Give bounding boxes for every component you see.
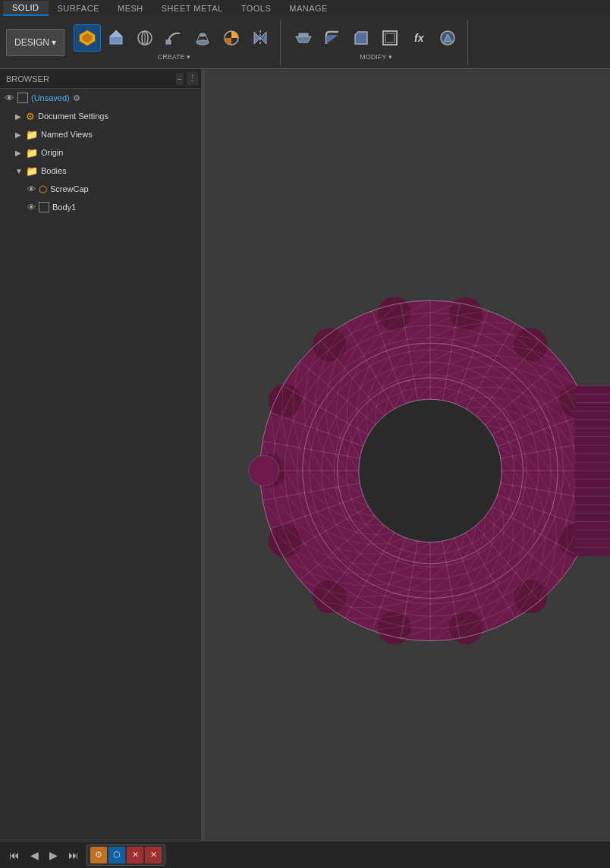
svg-point-8 xyxy=(197,40,209,45)
named-views-folder-icon: 📁 xyxy=(26,129,38,140)
named-views-arrow: ▶ xyxy=(15,131,23,139)
create-label: CREATE ▾ xyxy=(158,53,190,61)
body1-box-icon xyxy=(39,202,49,212)
rib-btn[interactable] xyxy=(218,24,245,52)
named-views-item[interactable]: ▶ 📁 Named Views xyxy=(0,125,204,143)
document-root-item[interactable]: 👁 (Unsaved) ⚙ xyxy=(0,89,204,107)
mirror-btn[interactable] xyxy=(247,24,274,52)
document-settings-icon: ⚙ xyxy=(73,93,80,103)
timeline-forward-btn[interactable]: ⏭ xyxy=(65,848,82,863)
svg-marker-18 xyxy=(355,32,367,44)
modify-icons: fx xyxy=(290,24,461,52)
screwcap-item[interactable]: 👁 ⬡ ScrewCap xyxy=(0,180,204,198)
timeline-item-2[interactable]: ⬡ xyxy=(108,847,125,863)
document-settings-item[interactable]: ▶ ⚙ Document Settings xyxy=(0,107,204,125)
timeline-rewind-btn[interactable]: ⏮ xyxy=(6,848,23,863)
loft-btn[interactable] xyxy=(189,24,216,52)
toolbar: SOLID SURFACE MESH SHEET METAL TOOLS MAN… xyxy=(0,0,610,69)
svg-marker-16 xyxy=(296,36,311,42)
fillet-btn[interactable] xyxy=(319,24,346,52)
timeline-play-btn[interactable]: ▶ xyxy=(46,848,61,863)
screwcap-visibility-icon[interactable]: 👁 xyxy=(27,184,36,193)
revolve-btn[interactable] xyxy=(131,24,159,52)
timeline-prev-btn[interactable]: ◀ xyxy=(27,848,42,863)
screwcap-label: ScrewCap xyxy=(50,184,89,193)
sidebar-resize-handle[interactable] xyxy=(201,69,204,841)
browser-header: BROWSER − ⋮ xyxy=(0,69,204,89)
timeline-items: ⚙ ⬡ ✕ ✕ xyxy=(86,844,165,866)
bodies-label: Bodies xyxy=(41,166,67,175)
bodies-folder-icon: 📁 xyxy=(26,165,38,177)
svg-rect-17 xyxy=(299,33,308,36)
chamfer-btn[interactable] xyxy=(347,24,375,52)
named-views-label: Named Views xyxy=(41,130,93,139)
origin-arrow: ▶ xyxy=(15,149,23,157)
create-icons xyxy=(74,24,274,52)
press-pull-btn[interactable] xyxy=(290,24,317,52)
timeline-item-4[interactable]: ✕ xyxy=(145,847,162,863)
toolbar-buttons-row: DESIGN ▾ xyxy=(0,17,610,68)
body1-label: Body1 xyxy=(52,203,76,212)
tab-surface[interactable]: SURFACE xyxy=(49,2,108,15)
svg-rect-20 xyxy=(385,33,395,42)
viewport[interactable] xyxy=(205,69,610,841)
modify-group: fx MODIFY ▾ xyxy=(284,20,468,65)
tab-mesh[interactable]: MESH xyxy=(108,2,152,15)
document-name: (Unsaved) xyxy=(31,93,70,102)
origin-item[interactable]: ▶ 📁 Origin xyxy=(0,143,204,162)
draft-btn[interactable] xyxy=(434,24,461,52)
document-visibility-icon[interactable]: 👁 xyxy=(5,93,14,104)
create-group: CREATE ▾ xyxy=(68,20,281,65)
fx-btn[interactable]: fx xyxy=(405,24,432,52)
new-component-btn[interactable] xyxy=(74,24,101,52)
doc-settings-arrow: ▶ xyxy=(15,112,23,121)
design-button[interactable]: DESIGN ▾ xyxy=(6,29,64,56)
browser-controls: − ⋮ xyxy=(176,72,198,85)
timeline-item-3[interactable]: ✕ xyxy=(127,847,143,863)
svg-marker-13 xyxy=(254,32,260,44)
origin-folder-icon: 📁 xyxy=(26,147,38,159)
tab-manage[interactable]: MANAGE xyxy=(280,2,337,15)
3d-canvas xyxy=(205,69,610,841)
doc-settings-gear-icon: ⚙ xyxy=(26,111,35,122)
svg-rect-7 xyxy=(166,40,171,44)
doc-settings-label: Document Settings xyxy=(38,112,108,121)
tab-sheet-metal[interactable]: SHEET METAL xyxy=(152,2,232,15)
svg-rect-2 xyxy=(110,36,122,44)
extrude-btn[interactable] xyxy=(102,24,130,52)
svg-point-9 xyxy=(200,33,206,36)
sidebar: BROWSER − ⋮ 👁 (Unsaved) ⚙ ▶ ⚙ Document S… xyxy=(0,69,205,841)
tab-solid[interactable]: SOLID xyxy=(3,1,49,16)
main-area: BROWSER − ⋮ 👁 (Unsaved) ⚙ ▶ ⚙ Document S… xyxy=(0,69,610,841)
bodies-arrow: ▼ xyxy=(15,167,23,175)
screwcap-sphere-icon: ⬡ xyxy=(39,184,47,195)
body1-visibility-icon[interactable]: 👁 xyxy=(27,203,36,212)
modify-label: MODIFY ▾ xyxy=(360,53,391,61)
tab-row: SOLID SURFACE MESH SHEET METAL TOOLS MAN… xyxy=(0,0,610,17)
svg-marker-3 xyxy=(110,30,122,36)
timeline: ⏮ ◀ ▶ ⏭ ⚙ ⬡ ✕ ✕ xyxy=(0,841,610,868)
origin-label: Origin xyxy=(41,148,63,157)
shell-btn[interactable] xyxy=(376,24,404,52)
svg-marker-14 xyxy=(260,32,266,44)
browser-header-left: BROWSER xyxy=(6,74,49,83)
sweep-btn[interactable] xyxy=(160,24,187,52)
bodies-item[interactable]: ▼ 📁 Bodies xyxy=(0,162,204,180)
collapse-btn[interactable]: − xyxy=(176,73,184,85)
tab-tools[interactable]: TOOLS xyxy=(232,2,281,15)
document-box-icon xyxy=(17,93,28,103)
browser-title: BROWSER xyxy=(6,74,49,83)
expand-btn[interactable]: ⋮ xyxy=(187,72,198,85)
timeline-item-1[interactable]: ⚙ xyxy=(90,847,107,863)
body1-item[interactable]: 👁 Body1 xyxy=(0,198,204,216)
